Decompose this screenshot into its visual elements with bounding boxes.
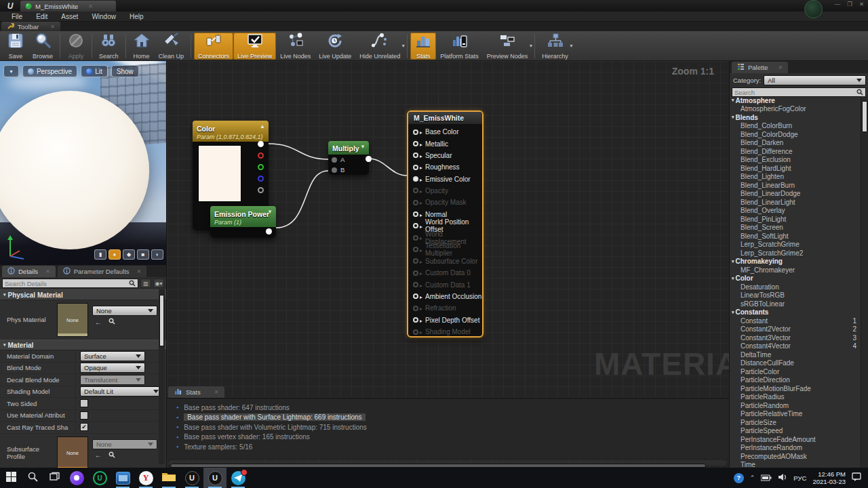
- search-button[interactable]: Search: [95, 33, 123, 60]
- palette-item-lerp_scratchgrime2[interactable]: Lerp_ScratchGrime2: [730, 249, 861, 258]
- palette-category-atmosphere[interactable]: ▾Atmosphere: [730, 96, 861, 105]
- multiply-node-header[interactable]: Multiply ▼: [328, 141, 369, 155]
- details-scrollbar[interactable]: [159, 289, 165, 464]
- pin-icon[interactable]: [413, 152, 418, 158]
- volume-icon[interactable]: [778, 472, 787, 484]
- material-pin-ambient-occlusion[interactable]: Ambient Occlusion: [408, 291, 482, 302]
- taskbar-app-unreal[interactable]: U: [180, 468, 203, 488]
- browse-to-asset-icon[interactable]: [108, 451, 115, 460]
- details-search-input[interactable]: [5, 280, 129, 287]
- color-swatch[interactable]: [198, 145, 241, 202]
- material-pin-roughness[interactable]: Roughness: [408, 161, 482, 173]
- tab-details[interactable]: Details ✕: [2, 266, 56, 277]
- taskbar-app-monitor[interactable]: [111, 468, 134, 488]
- chevron-down-icon[interactable]: ▼: [401, 43, 406, 48]
- platform-stats-button[interactable]: Platform Stats: [436, 33, 483, 60]
- material-domain-dropdown[interactable]: Surface: [80, 351, 145, 361]
- collapse-icon[interactable]: ▾: [3, 292, 6, 298]
- palette-item-particlecolor[interactable]: ParticleColor: [730, 367, 861, 376]
- use-material-attribut-checkbox[interactable]: [80, 411, 88, 420]
- profile-badge[interactable]: [804, 0, 823, 18]
- color-output-pin-3[interactable]: [258, 176, 264, 182]
- palette-item-blend_linearlight[interactable]: Blend_LinearLight: [730, 198, 861, 207]
- pin-icon[interactable]: [413, 165, 418, 170]
- chevron-up-icon[interactable]: ⌃: [750, 474, 755, 481]
- taskbar-search-button[interactable]: [22, 468, 43, 488]
- multiply-input-a[interactable]: A: [328, 155, 369, 165]
- color-output-pin-1[interactable]: [258, 152, 264, 159]
- chevron-down-icon[interactable]: ▼: [569, 43, 574, 48]
- view-options-button[interactable]: ◉▾: [153, 279, 164, 288]
- help-icon[interactable]: ?: [734, 473, 744, 483]
- input-pin-icon[interactable]: [332, 157, 337, 163]
- color-output-pin-0[interactable]: [258, 141, 264, 147]
- palette-item-constant[interactable]: Constant1: [730, 317, 861, 325]
- palette-item-blend_softlight[interactable]: Blend_SoftLight: [730, 232, 861, 241]
- collapse-icon[interactable]: ▾: [732, 115, 734, 120]
- material-pin-pixel-depth-offset[interactable]: Pixel Depth Offset: [408, 314, 482, 326]
- preview-shape-cylinder-button[interactable]: ▮: [94, 249, 106, 260]
- decal-blend-mode-dropdown[interactable]: Translucent: [80, 375, 145, 385]
- palette-category-constants[interactable]: ▾Constants: [730, 308, 861, 317]
- toolbar-tab[interactable]: Toolbar ✕: [1, 22, 60, 31]
- collapse-icon[interactable]: ▲: [260, 123, 265, 129]
- palette-item-mf_chromakeyer[interactable]: MF_Chromakeyer: [730, 266, 861, 274]
- palette-item-blend_screen[interactable]: Blend_Screen: [730, 224, 861, 232]
- palette-item-time[interactable]: Time: [730, 461, 861, 468]
- palette-item-blend_darken[interactable]: Blend_Darken: [730, 139, 861, 148]
- shading-model-dropdown[interactable]: Default Lit: [80, 386, 163, 396]
- pin-icon[interactable]: [413, 129, 418, 135]
- palette-item-constant2vector[interactable]: Constant2Vector2: [730, 325, 861, 334]
- preview-nodes-button[interactable]: Preview Nodes▼: [483, 33, 532, 60]
- connectors-button[interactable]: Connectors: [194, 33, 233, 60]
- palette-item-srgbtolinear[interactable]: sRGBToLinear: [730, 300, 861, 308]
- multiply-input-b[interactable]: B: [328, 165, 369, 175]
- palette-item-particlespeed[interactable]: ParticleSpeed: [730, 427, 861, 436]
- asset-thumbnail[interactable]: None: [57, 303, 88, 337]
- preview-shape-sphere-button[interactable]: ●: [108, 249, 121, 260]
- tab-parameter-defaults[interactable]: Parameter Defaults ✕: [58, 266, 147, 277]
- close-icon[interactable]: ✕: [137, 268, 142, 274]
- palette-item-perinstancerandom[interactable]: PerInstanceRandom: [730, 444, 861, 453]
- asset-dropdown[interactable]: None: [92, 306, 157, 316]
- language-indicator[interactable]: РУС: [793, 474, 806, 482]
- palette-item-blend_pinlight[interactable]: Blend_PinLight: [730, 215, 861, 224]
- cast-ray-traced-sha-checkbox[interactable]: ✔: [80, 423, 88, 431]
- battery-icon[interactable]: [761, 472, 772, 484]
- palette-item-atmosphericfogcolor[interactable]: AtmosphericFogColor: [730, 105, 861, 114]
- palette-item-particlesize[interactable]: ParticleSize: [730, 418, 861, 427]
- palette-category-chromakeying[interactable]: ▾Chromakeying: [730, 258, 861, 266]
- menu-help[interactable]: Help: [123, 13, 150, 20]
- palette-item-blend_lineardodge[interactable]: Blend_LinearDodge: [730, 190, 861, 199]
- live-nodes-button[interactable]: Live Nodes: [276, 33, 315, 60]
- action-center-icon[interactable]: [852, 472, 861, 484]
- taskbar-app-unreal-active[interactable]: U: [203, 468, 226, 488]
- stats-button[interactable]: Stats: [410, 33, 436, 60]
- close-icon[interactable]: ✕: [778, 64, 783, 70]
- pin-icon[interactable]: [413, 317, 418, 323]
- browse-to-asset-icon[interactable]: [108, 318, 115, 326]
- palette-item-particleradius[interactable]: ParticleRadius: [730, 393, 861, 402]
- close-icon[interactable]: ✕: [214, 389, 219, 395]
- details-search-box[interactable]: [2, 279, 138, 288]
- emission-output-pin[interactable]: [266, 228, 272, 235]
- use-selected-icon[interactable]: ←: [95, 451, 102, 459]
- window-tab-m_emisswhite[interactable]: M_EmissWhite✕: [20, 1, 116, 12]
- blend-mode-dropdown[interactable]: Opaque: [80, 363, 145, 373]
- palette-item-blend_overlay[interactable]: Blend_Overlay: [730, 207, 861, 216]
- palette-item-perinstancefadeamount[interactable]: PerInstanceFadeAmount: [730, 435, 861, 444]
- menu-file[interactable]: File: [5, 13, 28, 20]
- taskbar-app-yandex[interactable]: Y: [134, 468, 157, 488]
- material-pin-emissive-color[interactable]: Emissive Color: [408, 173, 482, 184]
- palette-item-desaturation[interactable]: Desaturation: [730, 283, 861, 291]
- live-update-button[interactable]: Live Update: [315, 33, 355, 60]
- palette-item-precomputedaomask[interactable]: PrecomputedAOMask: [730, 452, 861, 461]
- scrollbar-thumb[interactable]: [159, 295, 164, 346]
- stats-panel-tab[interactable]: Stats ✕: [168, 386, 224, 398]
- graph-horizontal-scrollbar[interactable]: [169, 460, 726, 466]
- live-preview-button[interactable]: Live Preview: [233, 33, 276, 60]
- pin-icon[interactable]: [413, 223, 418, 228]
- start-button[interactable]: [0, 468, 22, 488]
- hierarchy-button[interactable]: Hierarchy▼: [538, 33, 572, 60]
- palette-item-constant4vector[interactable]: Constant4Vector4: [730, 342, 861, 351]
